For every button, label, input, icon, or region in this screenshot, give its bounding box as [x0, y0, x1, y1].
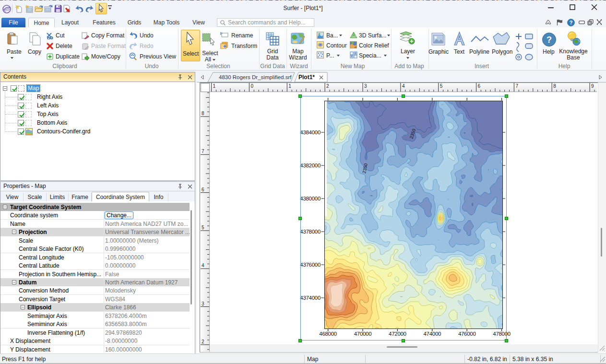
svg-text:?: ? [570, 20, 573, 25]
svg-text:?: ? [547, 35, 552, 45]
